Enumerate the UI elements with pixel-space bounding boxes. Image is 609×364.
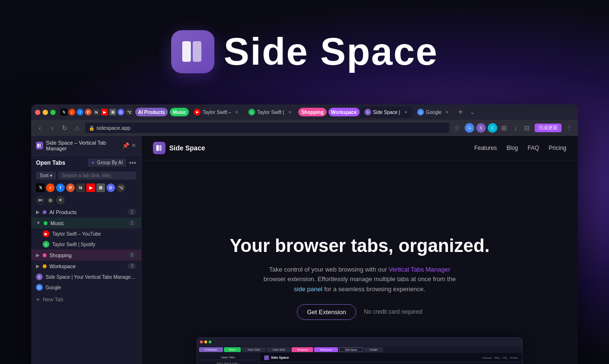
sidebar-fav-notion[interactable]: N <box>76 183 85 192</box>
sidebar-favicon-row-1: 𝕏 r f P N ▶ ⊞ D ⌥ <box>31 182 141 194</box>
close-taylor-yt[interactable]: ✕ <box>234 109 240 115</box>
group-workspace[interactable]: ▶ Workspace 3 <box>31 261 141 272</box>
ai-dot <box>43 210 47 214</box>
hero-vtm-link[interactable]: Vertical Tabs Manager <box>388 266 450 273</box>
preview-tabs: AI Products Music Taylor Swift Taylor Sw… <box>199 347 383 352</box>
cta-row: Get Extension No credit card required <box>297 304 422 320</box>
tab-search-input[interactable] <box>58 171 136 180</box>
bookmark-button[interactable]: ☆ <box>452 123 462 133</box>
app-logo-icon <box>171 30 214 73</box>
hero-side-link[interactable]: side panel <box>294 285 322 293</box>
taylor-yt-sidebar-fav: ▶ <box>43 230 49 237</box>
discord-favicon: D <box>117 109 124 115</box>
prev-nav-pricing: Pricing <box>510 356 517 359</box>
nav-pricing[interactable]: Pricing <box>549 145 566 151</box>
tab-ai-products[interactable]: AI Products <box>135 108 168 116</box>
menu-button[interactable]: ⋮ <box>564 123 574 133</box>
back-button[interactable]: ‹ <box>35 123 45 133</box>
site-logo: Side Space <box>153 142 205 154</box>
hero-subtitle: Take control of your web browsing with o… <box>259 265 460 295</box>
screenshot-preview: AI Products Music Taylor Swift Taylor Sw… <box>197 337 523 364</box>
browser-tab-bar: 𝕏 r f P N ▶ ⊞ D ⌥ AI Products Music ▶ Ta… <box>31 104 578 120</box>
nav-blog[interactable]: Blog <box>506 145 518 151</box>
extensions-button[interactable]: ⊞ <box>499 123 509 133</box>
music-group-count: 2 <box>128 220 136 226</box>
hero-subtitle-part1: Take control of your web browsing with o… <box>269 266 388 273</box>
taylor-yt-favicon: ▶ <box>194 109 200 115</box>
group-shopping[interactable]: ▶ Shopping 8 <box>31 250 141 261</box>
sort-label: Sort <box>40 173 48 178</box>
get-extension-button[interactable]: Get Extension <box>297 304 356 320</box>
grey-favicon: ⊞ <box>109 109 116 115</box>
tab-shopping[interactable]: Shopping <box>298 108 326 116</box>
hero-title: Your browser tabs, organized. <box>230 235 490 257</box>
browser-tab-taylor-yt[interactable]: ▶ Taylor Swift – ✕ <box>190 106 243 118</box>
taylor-sp-favicon: S <box>248 109 255 115</box>
sidespace-sidebar-fav: S <box>36 273 43 280</box>
sidebar-fav-youtube[interactable]: ▶ <box>86 183 95 192</box>
sidebar-fav-facebook[interactable]: f <box>56 183 65 192</box>
sidebar-fav-twitter[interactable]: 𝕏 <box>36 183 45 192</box>
sort-button[interactable]: Sort ▾ <box>36 171 56 180</box>
nav-faq[interactable]: FAQ <box>527 145 539 151</box>
profile-icon-cyan: C <box>488 123 497 133</box>
close-sidespace[interactable]: ✕ <box>403 109 409 115</box>
preview-sort-row: Sort ▾ Search a tab... <box>199 361 257 364</box>
close-sidebar-button[interactable]: ✕ <box>131 142 136 149</box>
group-ai-products[interactable]: ▶ AI Products 2 <box>31 206 141 217</box>
profile-icon-purple: S <box>476 123 486 133</box>
group-by-ai-button[interactable]: ✦ Group By AI <box>88 159 126 167</box>
tab-taylor-yt[interactable]: ▶ Taylor Swift – YouTube <box>31 228 141 239</box>
preview-tab-ts1: Taylor Swift <box>242 347 266 352</box>
sidebar-fav-github[interactable]: ⌥ <box>117 183 125 192</box>
forward-button[interactable]: › <box>47 123 57 133</box>
maximize-button[interactable] <box>50 110 56 115</box>
nav-features[interactable]: Features <box>474 145 497 151</box>
url-bar[interactable]: 🔒 sidespace.app <box>85 123 449 133</box>
group-music[interactable]: ▼ Music 2 <box>31 217 141 228</box>
browser-tab-google[interactable]: G Google ✕ <box>413 106 454 118</box>
sidebar-fav-1[interactable]: IH <box>36 196 45 205</box>
tab-taylor-sp[interactable]: S Taylor Swift | Spotify <box>31 239 141 250</box>
browser-tab-sidespace[interactable]: S Side Space | ✕ <box>361 106 413 118</box>
home-button[interactable]: ⌂ <box>72 123 82 133</box>
sidebar-fav-reddit[interactable]: r <box>46 183 55 192</box>
sidebar-title-row: Side Space – Vertical Tab Manager <box>36 140 122 151</box>
preview-tab-bar: AI Products Music Taylor Swift Taylor Sw… <box>197 346 522 353</box>
minimize-button[interactable] <box>43 110 48 115</box>
sidebar-fav-3[interactable]: ✦ <box>56 196 65 205</box>
preview-tab-ws: Workspace <box>314 347 338 352</box>
sidebar-fav-producthunt[interactable]: P <box>66 183 75 192</box>
sidebar-fav-2[interactable]: ◎ <box>46 196 55 205</box>
preview-sidebar-title: Open Tabs <box>199 355 257 360</box>
new-tab-row[interactable]: + New Tab <box>31 293 141 306</box>
taylor-sp-title: Taylor Swift | Spotify <box>52 242 136 247</box>
preview-tl-red <box>200 341 203 343</box>
download-button[interactable]: ↓ <box>511 123 520 133</box>
browser-tab-taylor-sp[interactable]: S Taylor Swift | ✕ <box>245 106 297 118</box>
logo-svg <box>179 38 206 65</box>
tab-menu-button[interactable]: ⌄ <box>468 107 477 117</box>
pin-button[interactable]: 📌 <box>122 142 129 149</box>
taylor-sp-label: Taylor Swift | <box>257 110 284 115</box>
tab-workspace[interactable]: Workspace <box>328 108 360 116</box>
sidebar-fav-misc[interactable]: ⊞ <box>96 183 105 192</box>
close-taylor-sp[interactable]: ✕ <box>287 109 293 115</box>
tab-music[interactable]: Music <box>170 108 189 116</box>
close-google[interactable]: ✕ <box>445 109 450 115</box>
more-options-button[interactable]: ••• <box>129 159 136 167</box>
taylor-sp-sidebar-fav: S <box>43 241 49 248</box>
new-tab-button[interactable]: + <box>455 106 467 118</box>
tab-sidespace[interactable]: S Side Space | Your Vertical Tabs Manage… <box>31 272 141 282</box>
profile-icon-blue: G <box>465 123 474 133</box>
youtube-favicon: ▶ <box>101 109 108 115</box>
sidebar-toggle[interactable]: ⊟ <box>522 123 532 133</box>
refresh-button[interactable]: ↻ <box>60 123 70 133</box>
complete-button[interactable]: 完成更新 <box>535 124 562 132</box>
taylor-yt-title: Taylor Swift – YouTube <box>52 231 136 237</box>
no-credit-note: No credit card required <box>364 308 422 315</box>
lock-icon: 🔒 <box>89 125 94 131</box>
close-button[interactable] <box>35 110 40 115</box>
tab-google[interactable]: G Google <box>31 282 141 293</box>
sidebar-fav-discord[interactable]: D <box>106 183 115 192</box>
